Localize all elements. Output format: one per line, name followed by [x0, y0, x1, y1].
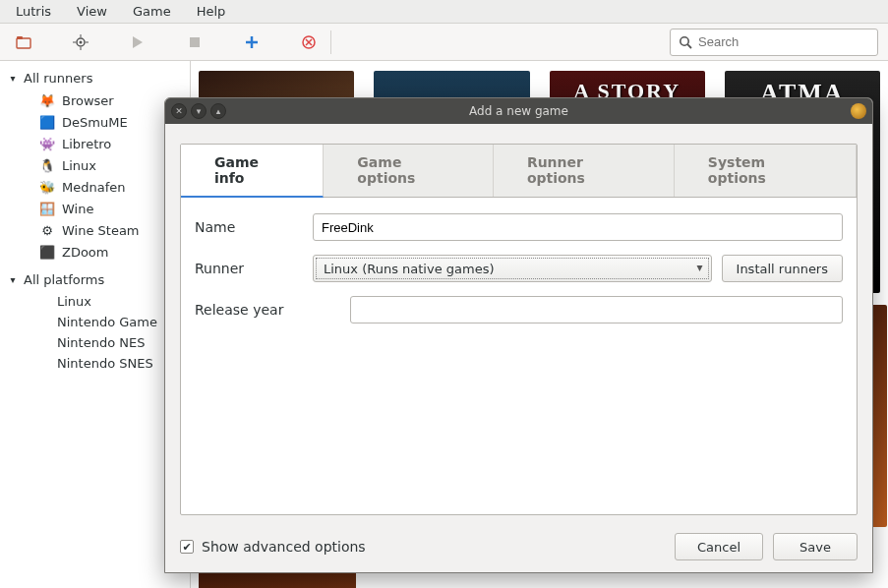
dialog-title: Add a new game [165, 104, 872, 118]
sidebar-item-label: ZDoom [62, 245, 109, 260]
advanced-options-label: Show advanced options [202, 539, 366, 555]
search-icon [679, 35, 692, 49]
sidebar-item-label: Wine Steam [62, 223, 140, 238]
menu-view[interactable]: View [65, 1, 119, 22]
tux-icon: 🐧 [39, 157, 55, 173]
sidebar-platform-nes[interactable]: Nintendo NES [0, 332, 190, 353]
sidebar-platforms-header[interactable]: ▾ All platforms [0, 268, 190, 291]
svg-point-3 [80, 40, 83, 43]
sidebar-item-label: Linux [57, 294, 91, 309]
platforms-header-label: All platforms [24, 272, 104, 287]
tab-game-options[interactable]: Game options [324, 145, 494, 197]
sidebar-runners-header[interactable]: ▾ All runners [0, 67, 190, 89]
window-close-button[interactable]: ✕ [171, 103, 187, 119]
checkbox-icon: ✔ [180, 540, 194, 554]
toolbar-remove-button[interactable] [295, 29, 323, 56]
release-year-input[interactable] [350, 296, 843, 323]
steam-icon: ⚙ [39, 222, 55, 238]
add-game-dialog: ✕ ▾ ▴ Add a new game Game info Game opti… [164, 97, 873, 573]
sidebar-platform-nintendo-game[interactable]: Nintendo Game [0, 312, 190, 332]
toolbar-play-button[interactable] [124, 29, 151, 56]
wine-icon: 🪟 [39, 201, 55, 216]
sidebar-item-label: Nintendo Game [57, 315, 157, 329]
sidebar-item-label: Mednafen [62, 180, 126, 195]
menu-lutris[interactable]: Lutris [4, 1, 63, 22]
name-label: Name [195, 219, 301, 235]
sidebar-item-label: DeSmuME [62, 115, 128, 130]
dialog-tabs: Game info Game options Runner options Sy… [181, 145, 857, 198]
chevron-down-icon: ▾ [8, 274, 18, 285]
sidebar-platform-snes[interactable]: Nintendo SNES [0, 353, 190, 374]
toolbar-separator [330, 30, 331, 54]
tab-game-info-content: Name Runner Linux (Runs native games) In… [181, 198, 857, 514]
chevron-down-icon: ▾ [8, 73, 18, 84]
toolbar-plus-button[interactable] [238, 29, 266, 56]
menu-help[interactable]: Help [185, 1, 238, 22]
sidebar-runner-desmume[interactable]: 🟦DeSmuME [0, 111, 190, 133]
install-runners-button[interactable]: Install runners [722, 255, 843, 282]
svg-rect-9 [190, 37, 200, 47]
svg-marker-8 [133, 36, 143, 48]
toolbar-stop-button[interactable] [181, 29, 208, 56]
sidebar-item-label: Nintendo SNES [57, 356, 153, 371]
search-field[interactable] [670, 29, 878, 56]
sidebar-item-label: Libretro [62, 137, 111, 151]
minimize-icon: ▾ [197, 106, 202, 116]
dialog-titlebar: ✕ ▾ ▴ Add a new game [165, 98, 872, 124]
sidebar-runner-mednafen[interactable]: 🐝Mednafen [0, 176, 190, 198]
sidebar-runner-winesteam[interactable]: ⚙Wine Steam [0, 219, 190, 241]
play-icon [132, 35, 144, 49]
libretro-icon: 👾 [39, 136, 55, 151]
mednafen-icon: 🐝 [39, 179, 55, 195]
menubar: Lutris View Game Help [0, 0, 888, 24]
advanced-options-checkbox[interactable]: ✔ Show advanced options [180, 539, 366, 555]
sidebar-platform-linux[interactable]: Linux [0, 291, 190, 312]
sidebar-item-label: Browser [62, 93, 114, 108]
window-minimize-button[interactable]: ▾ [191, 103, 207, 119]
menu-game[interactable]: Game [121, 1, 183, 22]
window-maximize-button[interactable]: ▴ [210, 103, 226, 119]
cancel-button[interactable]: Cancel [675, 533, 763, 560]
sidebar-runner-linux[interactable]: 🐧Linux [0, 154, 190, 176]
sidebar: ▾ All runners 🦊Browser 🟦DeSmuME 👾Libretr… [0, 61, 191, 588]
desmume-icon: 🟦 [39, 114, 55, 130]
runner-select[interactable]: Linux (Runs native games) [313, 255, 712, 282]
svg-point-15 [681, 36, 688, 44]
remove-icon [302, 35, 316, 49]
svg-rect-1 [17, 36, 23, 39]
sidebar-item-label: Nintendo NES [57, 335, 145, 350]
sidebar-runner-zdoom[interactable]: ⬛ZDoom [0, 241, 190, 263]
save-button[interactable]: Save [773, 533, 858, 560]
sidebar-runner-browser[interactable]: 🦊Browser [0, 89, 190, 111]
name-input[interactable] [313, 213, 843, 241]
runner-select-value: Linux (Runs native games) [324, 262, 495, 276]
gear-icon [73, 34, 89, 50]
tab-system-options[interactable]: System options [675, 145, 857, 197]
toolbar-add-folder-button[interactable] [10, 29, 37, 56]
runner-label: Runner [195, 261, 301, 276]
stop-icon [189, 36, 201, 48]
sidebar-runner-wine[interactable]: 🪟Wine [0, 198, 190, 219]
tab-game-info[interactable]: Game info [181, 145, 324, 198]
search-input[interactable] [698, 34, 869, 49]
tab-runner-options[interactable]: Runner options [494, 145, 675, 197]
sidebar-item-label: Wine [62, 202, 93, 216]
dialog-notebook: Game info Game options Runner options Sy… [180, 144, 858, 515]
folder-icon [16, 34, 31, 50]
toolbar [0, 24, 888, 61]
dialog-footer: ✔ Show advanced options Cancel Save [165, 523, 872, 572]
zdoom-icon: ⬛ [39, 244, 55, 260]
toolbar-settings-button[interactable] [67, 29, 94, 56]
sidebar-runner-libretro[interactable]: 👾Libretro [0, 133, 190, 154]
svg-line-16 [687, 44, 691, 48]
runners-header-label: All runners [24, 71, 92, 86]
app-icon [851, 103, 866, 119]
maximize-icon: ▴ [216, 106, 221, 116]
svg-rect-0 [17, 38, 30, 48]
release-year-label: Release year [195, 302, 301, 318]
plus-icon [245, 35, 259, 49]
close-icon: ✕ [175, 106, 183, 116]
firefox-icon: 🦊 [39, 92, 55, 108]
sidebar-item-label: Linux [62, 158, 96, 173]
